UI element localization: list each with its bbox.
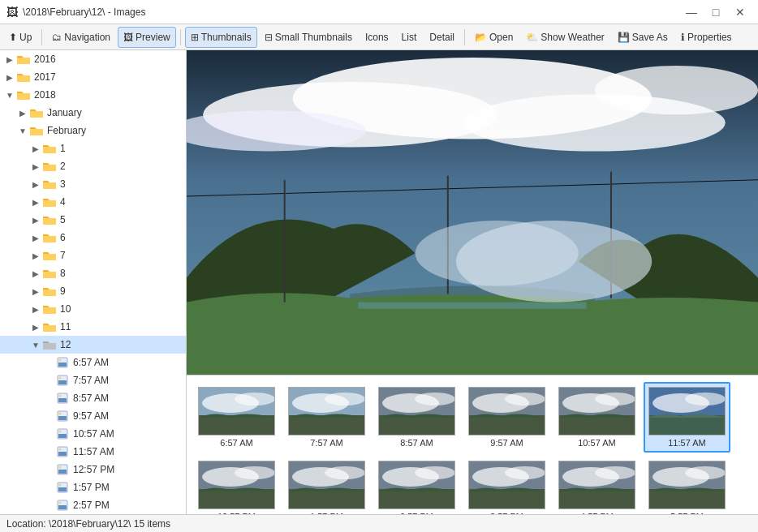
small-thumbnails-button[interactable]: ⊟ Small Thumbnails [259, 27, 358, 48]
tree-arrow-y2018[interactable]: ▼ [3, 91, 16, 100]
thumbnail-item-th1[interactable]: 6:57 AM [193, 382, 280, 453]
tree-label-t1157: 11:57 AM [73, 446, 114, 457]
tree-item-t957[interactable]: 9:57 AM [0, 407, 186, 425]
svg-rect-104 [649, 489, 725, 509]
up-button[interactable]: ⬆ Up [3, 27, 37, 48]
thumbnail-item-th12[interactable]: 5:57 PM [644, 456, 730, 514]
tree-item-f10[interactable]: ▶10 [0, 300, 186, 318]
tree-item-t657[interactable]: 6:57 AM [0, 354, 186, 371]
tree-arrow-y2016[interactable]: ▶ [3, 55, 16, 64]
tree-arrow-f4[interactable]: ▶ [29, 198, 42, 207]
tree-arrow-f12[interactable]: ▼ [29, 341, 42, 350]
tree-arrow-january[interactable]: ▶ [16, 109, 29, 118]
file-tree[interactable]: ▶2016▶2017▼2018▶January▼February▶1▶2▶3▶4… [0, 50, 187, 514]
tree-item-t757[interactable]: 7:57 AM [0, 371, 186, 389]
svg-rect-7 [58, 398, 67, 402]
tree-item-f6[interactable]: ▶6 [0, 229, 186, 247]
tree-arrow-f3[interactable]: ▶ [29, 180, 42, 189]
thumbnail-item-th3[interactable]: 8:57 AM [373, 382, 460, 453]
tree-item-t857[interactable]: 8:57 AM [0, 389, 186, 407]
properties-button[interactable]: ℹ Properties [675, 27, 738, 48]
tree-item-f1[interactable]: ▶1 [0, 139, 186, 157]
close-button[interactable]: ✕ [729, 2, 752, 23]
thumbnail-label-th2: 7:57 AM [310, 438, 342, 448]
thumbnail-area[interactable]: 6:57 AM 7:57 AM 8:57 AM 9:57 AM 10:57 AM [187, 375, 758, 514]
tree-arrow-f9[interactable]: ▶ [29, 287, 42, 296]
tree-item-t1257[interactable]: 12:57 PM [0, 461, 186, 478]
folder-icon-y2017 [16, 71, 31, 83]
tree-item-f3[interactable]: ▶3 [0, 175, 186, 193]
tree-arrow-f8[interactable]: ▶ [29, 269, 42, 278]
tree-item-t157[interactable]: 1:57 PM [0, 478, 186, 496]
tree-arrow-f11[interactable]: ▶ [29, 323, 42, 332]
thumbnail-item-th11[interactable]: 4:57 PM [553, 456, 640, 514]
preview-button[interactable]: 🖼 Preview [118, 27, 176, 48]
thumbnail-item-th2[interactable]: 7:57 AM [283, 382, 370, 453]
tree-item-f11[interactable]: ▶11 [0, 318, 186, 336]
thumbnail-item-th4[interactable]: 9:57 AM [463, 382, 550, 453]
svg-rect-58 [358, 302, 587, 309]
thumbnail-label-th4: 9:57 AM [490, 438, 523, 448]
svg-point-102 [595, 466, 635, 479]
file-icon-t1257 [55, 464, 70, 475]
tree-item-january[interactable]: ▶January [0, 104, 186, 122]
folder-icon-f11 [42, 321, 57, 332]
tree-item-t257[interactable]: 2:57 PM [0, 496, 186, 514]
thumbnail-item-th6[interactable]: 11:57 AM [644, 382, 730, 453]
svg-point-82 [685, 393, 725, 405]
thumbnail-item-th9[interactable]: 2:57 PM [373, 456, 460, 514]
tree-item-february[interactable]: ▼February [0, 122, 186, 139]
thumbnail-item-th8[interactable]: 1:57 PM [283, 456, 370, 514]
thumbnail-image-th7 [198, 461, 275, 509]
svg-point-98 [505, 466, 545, 479]
maximize-button[interactable]: □ [704, 2, 727, 23]
thumbnail-item-th7[interactable]: 12:57 PM [193, 456, 280, 514]
tree-arrow-y2017[interactable]: ▶ [3, 73, 16, 82]
tree-item-y2018[interactable]: ▼2018 [0, 86, 186, 104]
open-button[interactable]: 📂 Open [469, 27, 519, 48]
tree-arrow-f1[interactable]: ▶ [29, 144, 42, 153]
navigation-button[interactable]: 🗂 Navigation [46, 27, 116, 48]
tree-arrow-f5[interactable]: ▶ [29, 216, 42, 225]
tree-item-f12[interactable]: ▼12 [0, 336, 186, 354]
tree-label-f3: 3 [60, 178, 66, 190]
tree-item-f2[interactable]: ▶2 [0, 157, 186, 175]
tree-item-f8[interactable]: ▶8 [0, 264, 186, 282]
thumbnail-item-th5[interactable]: 10:57 AM [553, 382, 640, 453]
tree-item-t1157[interactable]: 11:57 AM [0, 443, 186, 461]
thumbnail-image-th1 [198, 387, 275, 435]
tree-arrow-f7[interactable]: ▶ [29, 251, 42, 260]
icons-button[interactable]: Icons [360, 27, 394, 48]
tree-arrow-february[interactable]: ▼ [16, 127, 29, 135]
saveas-button[interactable]: 💾 Save As [612, 27, 674, 48]
thumbnails-button[interactable]: ⊞ Thumbnails [185, 27, 257, 48]
minimize-button[interactable]: — [680, 2, 703, 23]
tree-item-t1057[interactable]: 10:57 AM [0, 425, 186, 443]
file-icon-t857 [55, 393, 70, 404]
toolbar-separator-3 [464, 29, 465, 45]
saveas-label: Save As [632, 32, 668, 43]
thumbnail-label-th1: 6:57 AM [220, 438, 252, 448]
tree-arrow-f2[interactable]: ▶ [29, 162, 42, 171]
tree-arrow-f10[interactable]: ▶ [29, 305, 42, 314]
thumbnail-item-th10[interactable]: 3:57 PM [463, 456, 550, 514]
navigation-icon: 🗂 [52, 32, 62, 43]
file-icon-t757 [55, 375, 70, 386]
detail-button[interactable]: Detail [424, 27, 460, 48]
tree-item-f9[interactable]: ▶9 [0, 282, 186, 300]
preview-area [187, 50, 758, 375]
thumbnail-label-th7: 12:57 PM [217, 512, 256, 514]
tree-item-f5[interactable]: ▶5 [0, 211, 186, 229]
svg-rect-84 [199, 489, 274, 509]
tree-item-f7[interactable]: ▶7 [0, 247, 186, 264]
thumbnail-image-th2 [288, 387, 365, 435]
svg-point-8 [59, 395, 62, 397]
tree-arrow-f6[interactable]: ▶ [29, 234, 42, 242]
file-icon-t657 [55, 357, 70, 368]
file-icon-t157 [55, 482, 70, 493]
tree-item-y2016[interactable]: ▶2016 [0, 50, 186, 68]
tree-item-f4[interactable]: ▶4 [0, 193, 186, 211]
list-button[interactable]: List [396, 27, 423, 48]
tree-item-y2017[interactable]: ▶2017 [0, 68, 186, 86]
weather-button[interactable]: ⛅ Show Weather [520, 27, 610, 48]
